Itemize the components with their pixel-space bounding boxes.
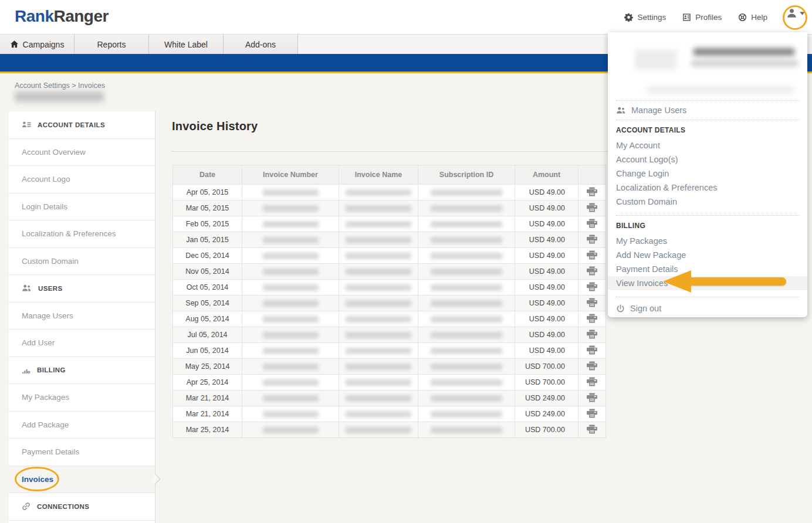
print-invoice-button[interactable] (586, 298, 598, 307)
redacted-value (346, 205, 411, 212)
redacted-value (346, 253, 411, 259)
user-menu-section-title: BILLING (616, 222, 799, 230)
invoice-print-cell (578, 248, 606, 264)
header-menu-item-help[interactable]: Help (738, 13, 767, 22)
sign-out-button[interactable]: Sign out (616, 297, 799, 317)
print-invoice-button[interactable] (586, 377, 598, 386)
invoice-date-cell: Jul 05, 2014 (173, 327, 242, 343)
redacted-value (263, 348, 319, 354)
print-invoice-button[interactable] (586, 345, 598, 355)
column-header-invoice-name: Invoice Name (339, 165, 418, 185)
print-invoice-button[interactable] (586, 219, 598, 228)
redacted-account-name (693, 48, 794, 56)
sidebar-item-manage-users[interactable]: Manage Users (9, 303, 155, 330)
redacted-cell-invoice-number (242, 216, 339, 232)
logo-ranger: Ranger (53, 7, 108, 25)
user-menu-item-account-logo-s[interactable]: Account Logo(s) (616, 152, 799, 167)
sidebar-item-localization-preferences[interactable]: Localization & Preferences (9, 220, 155, 248)
sidebar-item-payment-details[interactable]: Payment Details (9, 439, 155, 466)
redacted-avatar (635, 50, 677, 70)
invoice-print-cell (578, 422, 606, 438)
user-menu-item-payment-details[interactable]: Payment Details (616, 262, 799, 276)
sign-out-label: Sign out (630, 304, 661, 313)
user-menu-section-title: ACCOUNT DETAILS (616, 126, 799, 134)
invoice-table-header: DateInvoice NumberInvoice NameSubscripti… (173, 165, 606, 185)
print-invoice-button[interactable] (586, 235, 598, 244)
user-menu-item-add-new-package[interactable]: Add New Package (616, 248, 799, 262)
user-menu-item-change-login[interactable]: Change Login (616, 167, 799, 181)
user-menu-item-my-account[interactable]: My Account (616, 138, 799, 152)
redacted-cell-subscription-id (418, 390, 515, 406)
sidebar-item-label: Manage Users (22, 311, 73, 320)
print-invoice-button[interactable] (586, 393, 598, 402)
redacted-cell-invoice-name (339, 280, 418, 296)
invoice-date-cell: Jan 05, 2015 (173, 232, 242, 248)
redacted-cell-subscription-id (418, 201, 515, 216)
home-icon (10, 40, 19, 49)
user-menu-item-manage-users[interactable]: Manage Users (616, 101, 799, 120)
redacted-value (346, 269, 411, 275)
user-dropdown-menu: Manage Users ACCOUNT DETAILSMy AccountAc… (608, 32, 807, 317)
header-menu-item-settings[interactable]: Settings (624, 13, 666, 22)
breadcrumb[interactable]: Account Settings > Invoices (15, 81, 105, 90)
invoice-date-cell: Apr 05, 2015 (173, 185, 242, 201)
invoice-amount-cell: USD 49.00 (515, 185, 578, 201)
redacted-cell-subscription-id (418, 264, 515, 280)
user-menu-item-my-packages[interactable]: My Packages (616, 234, 799, 248)
invoice-date-cell: Mar 21, 2014 (173, 390, 242, 406)
sidebar-section-title: ACCOUNT DETAILS (38, 121, 105, 128)
sidebar-item-account-overview[interactable]: Account Overview (9, 139, 155, 167)
column-header-invoice-number: Invoice Number (242, 165, 339, 185)
user-avatar-button[interactable] (786, 8, 805, 19)
sidebar-item-label: Account Logo (22, 175, 70, 184)
redacted-cell-invoice-name (339, 248, 418, 264)
rankranger-logo[interactable]: RankRanger (15, 7, 109, 26)
print-invoice-button[interactable] (586, 361, 598, 371)
print-invoice-button[interactable] (586, 330, 598, 339)
redacted-value (346, 411, 411, 417)
sidebar-item-login-details[interactable]: Login Details (9, 193, 155, 221)
redacted-value (431, 253, 502, 259)
tab-white-label[interactable]: White Label (149, 35, 224, 54)
print-invoice-button[interactable] (586, 409, 598, 418)
print-invoice-button[interactable] (586, 266, 598, 276)
user-menu-item-localization-preferences[interactable]: Localization & Preferences (616, 181, 799, 195)
tab-add-ons[interactable]: Add-ons (224, 35, 298, 54)
redacted-cell-invoice-name (339, 327, 418, 343)
sidebar-item-add-package[interactable]: Add Package (9, 412, 155, 439)
user-menu-item-view-invoices[interactable]: View Invoices (608, 276, 807, 290)
invoice-print-cell (578, 296, 606, 311)
redacted-cell-invoice-number (242, 343, 339, 359)
sidebar-item-account-logo[interactable]: Account Logo (9, 166, 155, 193)
logo-rank: Rank (15, 7, 53, 25)
invoice-print-cell (578, 232, 606, 248)
print-invoice-button[interactable] (586, 250, 598, 260)
redacted-cell-subscription-id (418, 296, 515, 311)
redacted-cell-subscription-id (418, 343, 515, 359)
tab-campaigns[interactable]: Campaigns (0, 35, 75, 54)
redacted-value (431, 332, 502, 338)
invoice-date-cell: Dec 05, 2014 (173, 248, 242, 264)
print-invoice-button[interactable] (586, 203, 598, 212)
print-invoice-button[interactable] (586, 282, 598, 291)
redacted-value (431, 189, 502, 196)
redacted-value (346, 348, 411, 354)
redacted-value (346, 379, 411, 386)
column-header-amount: Amount (515, 165, 578, 185)
tab-reports[interactable]: Reports (75, 35, 149, 54)
invoice-print-cell (578, 201, 606, 216)
tab-label: Add-ons (245, 40, 276, 49)
sidebar-item-add-user[interactable]: Add User (9, 330, 155, 357)
sidebar-item-invoices[interactable]: Invoices (9, 466, 155, 494)
print-invoice-button[interactable] (586, 314, 598, 323)
print-invoice-button[interactable] (586, 424, 598, 434)
invoice-amount-cell: USD 49.00 (515, 248, 578, 264)
header-menu-item-profiles[interactable]: Profiles (682, 13, 722, 22)
billing-chart-icon (22, 366, 31, 374)
user-menu-item-custom-domain[interactable]: Custom Domain (616, 195, 799, 209)
redacted-cell-invoice-number (242, 280, 339, 296)
invoice-print-cell (578, 343, 606, 359)
sidebar-item-my-packages[interactable]: My Packages (9, 384, 155, 412)
sidebar-item-custom-domain[interactable]: Custom Domain (9, 248, 155, 276)
print-invoice-button[interactable] (586, 187, 598, 196)
